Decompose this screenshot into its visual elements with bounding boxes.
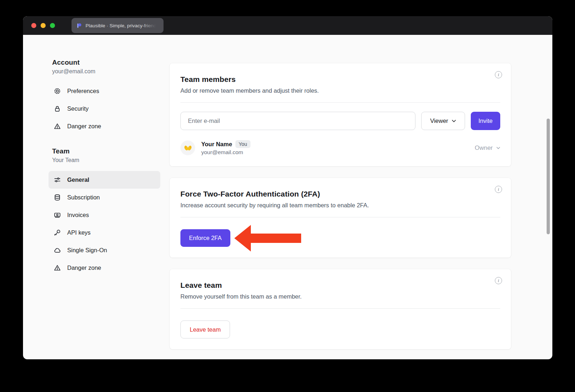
member-row: Your Name You your@email.com Owner (180, 140, 500, 156)
lock-icon (54, 105, 61, 112)
red-arrow-annotation-icon (234, 225, 301, 252)
gear-icon (54, 87, 61, 95)
sidebar-item-label: Danger zone (67, 123, 101, 130)
browser-tab[interactable]: Plausible · Simple, privacy-friend (72, 18, 164, 33)
card-subtitle: Add or remove team members and adjust th… (180, 87, 500, 94)
zoom-window-button[interactable] (50, 23, 55, 28)
sidebar-item-security[interactable]: Security (49, 100, 160, 117)
role-select-value: Viewer (430, 117, 448, 124)
chevron-down-icon (452, 120, 456, 123)
member-meta: Your Name You your@email.com (201, 140, 250, 156)
traffic-lights (23, 23, 55, 28)
member-role-value: Owner (475, 144, 493, 152)
role-select[interactable]: Viewer (421, 112, 465, 130)
browser-window: Plausible · Simple, privacy-friend Accou… (23, 16, 552, 359)
sidebar-item-preferences[interactable]: Preferences (49, 82, 160, 100)
info-icon[interactable]: i (495, 71, 502, 78)
minimize-window-button[interactable] (41, 23, 46, 28)
sidebar-item-api-keys[interactable]: API keys (49, 224, 160, 241)
sidebar-item-label: Single Sign-On (67, 247, 107, 254)
page-scrollbar[interactable] (547, 119, 550, 234)
sidebar-item-label: Preferences (67, 88, 99, 94)
invite-button[interactable]: Invite (471, 112, 500, 130)
account-nav-list: Preferences Security Danger zone (52, 82, 167, 135)
sidebar-item-label: General (67, 176, 89, 183)
member-name: Your Name (201, 141, 232, 148)
key-icon (54, 229, 61, 236)
card-title: Team members (180, 75, 500, 84)
open-hands-avatar-icon (183, 144, 193, 151)
member-email: your@email.com (201, 149, 250, 156)
warning-icon (54, 264, 61, 272)
sidebar-item-general[interactable]: General (49, 171, 160, 189)
divider (180, 217, 500, 217)
leave-team-card: i Leave team Remove yourself from this t… (170, 269, 511, 349)
sidebar-item-danger-zone-account[interactable]: Danger zone (49, 117, 160, 135)
divider (180, 308, 500, 309)
page-content: Account your@email.com Preferences Secur… (23, 35, 552, 359)
tab-title: Plausible · Simple, privacy-friend (86, 23, 156, 28)
you-badge: You (235, 140, 250, 148)
card-subtitle: Increase account security by requiring a… (180, 202, 500, 209)
account-heading: Account (52, 59, 167, 66)
team-heading: Team (52, 147, 167, 155)
card-subtitle: Remove yourself from this team as a memb… (180, 293, 500, 300)
info-icon[interactable]: i (495, 186, 502, 193)
sidebar-item-invoices[interactable]: Invoices (49, 206, 160, 224)
banknote-icon (54, 211, 61, 219)
plausible-logo-icon (76, 22, 82, 29)
card-title: Leave team (180, 281, 500, 290)
sidebar-item-label: Invoices (67, 212, 89, 218)
chevron-down-icon (496, 147, 500, 149)
sidebar-item-label: Subscription (67, 194, 100, 201)
info-icon[interactable]: i (495, 277, 502, 284)
divider (180, 102, 500, 103)
database-icon (54, 194, 61, 201)
team-name: Your Team (52, 157, 167, 163)
sidebar-item-subscription[interactable]: Subscription (49, 189, 160, 206)
window-titlebar: Plausible · Simple, privacy-friend (23, 16, 552, 35)
sidebar-item-label: API keys (67, 229, 91, 236)
leave-team-button[interactable]: Leave team (180, 320, 230, 338)
warning-icon (54, 123, 61, 130)
sidebar-item-danger-zone-team[interactable]: Danger zone (49, 259, 160, 277)
sidebar-item-label: Danger zone (67, 264, 101, 271)
force-2fa-card: i Force Two-Factor Authentication (2FA) … (170, 178, 511, 258)
sliders-icon (54, 176, 61, 184)
avatar (180, 140, 195, 155)
settings-sidebar: Account your@email.com Preferences Secur… (52, 59, 167, 277)
team-nav-list: General Subscription I (52, 171, 167, 277)
sidebar-item-label: Security (67, 105, 89, 112)
account-email: your@email.com (52, 68, 167, 75)
invite-form: Viewer Invite (180, 112, 500, 130)
enforce-2fa-row: Enforce 2FA (180, 229, 500, 247)
settings-main: i Team members Add or remove team member… (170, 63, 511, 349)
invite-email-input[interactable] (180, 112, 415, 130)
sidebar-item-single-sign-on[interactable]: Single Sign-On (49, 241, 160, 259)
enforce-2fa-button[interactable]: Enforce 2FA (180, 229, 230, 247)
close-window-button[interactable] (31, 23, 36, 28)
cloud-icon (54, 246, 61, 254)
card-title: Force Two-Factor Authentication (2FA) (180, 190, 500, 198)
member-role-select[interactable]: Owner (475, 144, 500, 152)
team-members-card: i Team members Add or remove team member… (170, 63, 511, 166)
